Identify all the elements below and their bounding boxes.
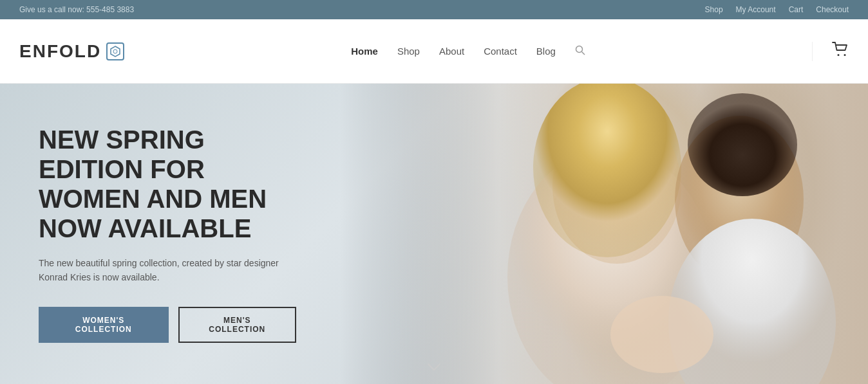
nav-about[interactable]: About (439, 46, 464, 57)
svg-point-13 (610, 296, 713, 373)
search-icon[interactable] (575, 45, 585, 58)
top-nav-shop[interactable]: Shop (705, 5, 723, 14)
mens-collection-button[interactable]: MEN'S COLLECTION (178, 307, 296, 343)
top-bar: Give us a call now: 555-485 3883 Shop My… (0, 0, 868, 19)
hero-section: NEW SPRING EDITION FOR WOMEN AND MEN NOW… (0, 84, 868, 384)
svg-point-12 (688, 93, 797, 196)
svg-line-3 (581, 51, 585, 55)
svg-point-2 (576, 46, 582, 52)
svg-point-5 (844, 54, 846, 56)
cart-area[interactable] (812, 42, 849, 61)
phone-text: Give us a call now: 555-485 3883 (19, 5, 134, 14)
cart-icon[interactable] (832, 42, 849, 61)
nav-shop[interactable]: Shop (397, 46, 420, 57)
nav-home[interactable]: Home (351, 46, 378, 57)
hero-photo (340, 84, 868, 384)
hero-buttons: WOMEN'S COLLECTION MEN'S COLLECTION (39, 307, 296, 343)
top-nav-cart[interactable]: Cart (789, 5, 804, 14)
top-nav-checkout[interactable]: Checkout (816, 5, 849, 14)
nav-contact[interactable]: Contact (484, 46, 517, 57)
site-logo[interactable]: ENFOLD (19, 41, 124, 62)
main-nav: Home Shop About Contact Blog (351, 45, 585, 58)
logo-icon (106, 42, 124, 60)
svg-point-1 (113, 50, 117, 53)
svg-marker-0 (111, 46, 120, 57)
hero-title: NEW SPRING EDITION FOR WOMEN AND MEN NOW… (39, 125, 296, 243)
hero-content: NEW SPRING EDITION FOR WOMEN AND MEN NOW… (0, 125, 335, 343)
site-header: ENFOLD Home Shop About Contact Blog (0, 19, 868, 84)
nav-blog[interactable]: Blog (536, 46, 556, 57)
womens-collection-button[interactable]: WOMEN'S COLLECTION (39, 307, 169, 343)
top-bar-links: Shop My Account Cart Checkout (705, 5, 849, 14)
svg-point-9 (533, 84, 681, 257)
hero-subtitle: The new beautiful spring collection, cre… (39, 256, 283, 285)
logo-text: ENFOLD (19, 41, 101, 62)
scroll-indicator[interactable] (428, 361, 440, 374)
top-nav-myaccount[interactable]: My Account (736, 5, 776, 14)
svg-point-4 (838, 54, 840, 56)
